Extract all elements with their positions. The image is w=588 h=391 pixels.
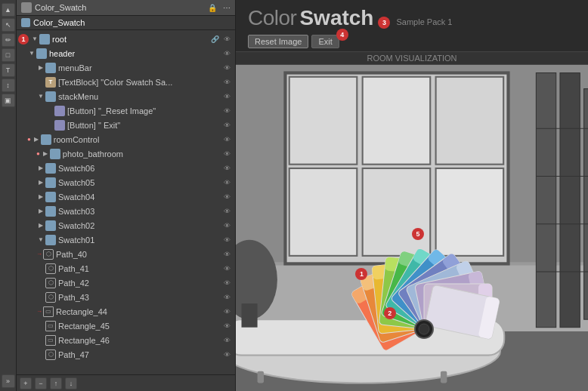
toolbar-btn-arrow[interactable]: ▲ xyxy=(2,3,15,17)
tree-label-roomcontrol: roomControl xyxy=(54,135,220,144)
panel-area: Color_Swatch 🔒 ⋯ Color_Swatch 1 root 🔗 👁… xyxy=(17,0,236,391)
eye-icon-swatch06[interactable]: 👁 xyxy=(221,163,232,174)
toolbar-row: Reset Image Exit 4 xyxy=(236,33,588,51)
exit-button[interactable]: Exit xyxy=(311,35,339,48)
tree-row-root[interactable]: 1 root 🔗 👁 xyxy=(17,32,235,46)
tree-row-header[interactable]: header 👁 xyxy=(17,46,235,60)
eye-icon-path47[interactable]: 👁 xyxy=(221,349,232,360)
eye-icon-swatch04[interactable]: 👁 xyxy=(221,192,232,202)
tree-row-swatch06[interactable]: Swatch06 👁 xyxy=(17,161,235,175)
eye-icon-menubar[interactable]: 👁 xyxy=(221,63,232,73)
tree-arrow-roomcontrol[interactable] xyxy=(32,135,41,144)
tree-label-swatch06: Swatch06 xyxy=(58,164,220,173)
tree-label-rect44: Rectangle_44 xyxy=(56,307,220,316)
tree-row-swatch02[interactable]: Swatch02 👁 xyxy=(17,218,235,232)
toolbar-btn-rect[interactable]: □ xyxy=(2,48,15,62)
tree-row-textblock[interactable]: T [TextBlock] "Color Swatch Sa... 👁 xyxy=(17,75,235,89)
tree-label-stackmenu: stackMenu xyxy=(58,92,220,101)
tree-arrow-swatch02[interactable] xyxy=(36,221,45,230)
visualization-label: ROOM VISUALIZATION xyxy=(236,51,588,65)
eye-icon-rect46[interactable]: 👁 xyxy=(221,335,232,346)
tree-icon-rect44: ▭ xyxy=(43,306,54,317)
eye-icon-swatch02[interactable]: 👁 xyxy=(221,220,232,231)
tree-row-photo[interactable]: ● photo_bathroom 👁 xyxy=(17,146,235,161)
eye-icon-path41[interactable]: 👁 xyxy=(221,263,232,274)
panel-tool-delete[interactable]: − xyxy=(35,377,47,389)
eye-icon-header[interactable]: 👁 xyxy=(221,48,232,59)
svg-rect-6 xyxy=(363,77,431,165)
arrow-rect44: → xyxy=(36,308,42,315)
tree-row-btn-exit[interactable]: [Button] " Exit" 👁 xyxy=(17,118,235,132)
tree-row-roomcontrol[interactable]: ● roomControl 👁 xyxy=(17,132,235,146)
tree-row-rect44[interactable]: → ▭ Rectangle_44 👁 xyxy=(17,304,235,319)
reset-image-button[interactable]: Reset Image xyxy=(248,35,308,48)
tree-arrow-stackmenu[interactable] xyxy=(36,92,45,101)
tree-row-stackmenu[interactable]: stackMenu 👁 xyxy=(17,89,235,103)
tree-row-rect45[interactable]: ▭ Rectangle_45 👁 xyxy=(17,319,235,333)
eye-icon-swatch05[interactable]: 👁 xyxy=(221,177,232,188)
toolbar-btn-text[interactable]: T xyxy=(2,63,15,77)
tree-row-swatch04[interactable]: Swatch04 👁 xyxy=(17,189,235,204)
svg-rect-7 xyxy=(436,77,504,165)
eye-icon-rect45[interactable]: 👁 xyxy=(221,321,232,331)
tree-row-btn-reset[interactable]: [Button] "_Reset Image" 👁 xyxy=(17,103,235,118)
panel-tool-move-down[interactable]: ↓ xyxy=(65,377,77,389)
eye-icon-swatch03[interactable]: 👁 xyxy=(221,206,232,217)
tree-row-swatch03[interactable]: Swatch03 👁 xyxy=(17,204,235,218)
eye-icon-path43[interactable]: 👁 xyxy=(221,292,232,303)
tree-icon-textblock: T xyxy=(45,77,56,88)
tree-arrow-photo[interactable] xyxy=(41,149,50,159)
tree-row-path42[interactable]: ⬡ Path_42 👁 xyxy=(17,276,235,290)
tree-row-path41[interactable]: ⬡ Path_41 👁 xyxy=(17,261,235,276)
eye-icon-root[interactable]: 👁 xyxy=(221,34,232,45)
toolbar-btn-select[interactable]: ↖ xyxy=(2,18,15,32)
eye-icon-textblock[interactable]: 👁 xyxy=(221,77,232,88)
toolbar-btn-pen[interactable]: ✏ xyxy=(2,33,15,47)
tree-label-swatch02: Swatch02 xyxy=(58,221,220,230)
eye-icon-btn-reset[interactable]: 👁 xyxy=(221,106,232,116)
eye-icon-stackmenu[interactable]: 👁 xyxy=(221,91,232,102)
tree-icon-path42: ⬡ xyxy=(45,278,56,288)
tree-arrow-root[interactable] xyxy=(30,35,39,44)
badge-2-viz: 2 xyxy=(384,307,396,319)
eye-icon-roomcontrol[interactable]: 👁 xyxy=(221,134,232,145)
tree-area: 1 root 🔗 👁 header 👁 menuBar 👁 T [TextBlo… xyxy=(17,30,235,374)
tree-arrow-swatch05[interactable] xyxy=(36,178,45,187)
tree-row-rect46[interactable]: ▭ Rectangle_46 👁 xyxy=(17,333,235,347)
tree-arrow-menubar[interactable] xyxy=(36,63,45,72)
toolbar-btn-screen[interactable]: ▣ xyxy=(2,94,15,107)
panel-tool-add[interactable]: + xyxy=(20,377,32,389)
tree-arrow-swatch01[interactable] xyxy=(36,236,45,245)
toolbar-btn-expand[interactable]: » xyxy=(2,374,15,388)
eye-icon-btn-exit[interactable]: 👁 xyxy=(221,120,232,131)
sample-text: Sample Pack 1 xyxy=(396,17,452,26)
tree-arrow-swatch03[interactable] xyxy=(36,207,45,216)
tree-icon-path41: ⬡ xyxy=(45,263,56,274)
tree-row-path47[interactable]: ⬡ Path_47 👁 xyxy=(17,347,235,362)
panel-tool-move-up[interactable]: ↑ xyxy=(50,377,62,389)
tree-arrow-swatch06[interactable] xyxy=(36,164,45,173)
toolbar-btn-cursor[interactable]: ↕ xyxy=(2,79,15,92)
link-icon-root: 🔗 xyxy=(209,34,220,45)
svg-rect-15 xyxy=(258,371,264,383)
panel-titlebar: Color_Swatch 🔒 ⋯ xyxy=(17,0,235,16)
tree-arrow-swatch04[interactable] xyxy=(36,192,45,202)
eye-icon-rect44[interactable]: 👁 xyxy=(221,306,232,317)
tree-row-path43[interactable]: ⬡ Path_43 👁 xyxy=(17,290,235,304)
swatch-fan-svg xyxy=(348,231,500,352)
eye-icon-path42[interactable]: 👁 xyxy=(221,278,232,288)
panel-settings-icon[interactable]: ⋯ xyxy=(223,4,231,12)
app-badge: 3 xyxy=(378,17,390,29)
visualization-area: 1 2 5 xyxy=(236,65,588,391)
tree-arrow-header[interactable] xyxy=(27,49,36,58)
eye-icon-photo[interactable]: 👁 xyxy=(221,149,232,159)
panel-lock-icon[interactable]: 🔒 xyxy=(208,4,217,12)
tree-row-path40[interactable]: → ⬡ Path_40 👁 xyxy=(17,247,235,261)
tree-row-swatch05[interactable]: Swatch05 👁 xyxy=(17,175,235,189)
tree-row-swatch01[interactable]: Swatch01 👁 xyxy=(17,232,235,247)
tree-row-menubar[interactable]: menuBar 👁 xyxy=(17,60,235,75)
swatch-fan xyxy=(348,231,500,352)
eye-icon-swatch01[interactable]: 👁 xyxy=(221,235,232,245)
tab-label[interactable]: Color_Swatch xyxy=(33,18,85,27)
eye-icon-path40[interactable]: 👁 xyxy=(221,249,232,260)
